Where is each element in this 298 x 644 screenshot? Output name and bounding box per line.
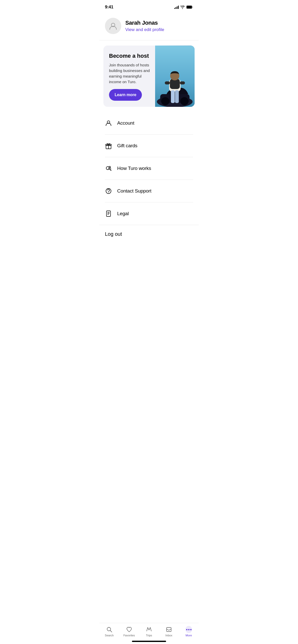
svg-rect-1 (187, 6, 192, 9)
avatar (105, 18, 121, 34)
key-icon (105, 165, 112, 172)
signal-icon (174, 6, 179, 9)
logout-section[interactable]: Log out (99, 225, 199, 245)
menu-item-how-turo-works[interactable]: How Turo works (99, 159, 199, 178)
battery-icon (186, 5, 193, 9)
contact-support-label: Contact Support (117, 188, 151, 194)
profile-divider (99, 40, 199, 40)
menu-divider-3 (105, 180, 193, 180)
host-banner-description: Join thousands of hosts building busines… (109, 62, 150, 84)
menu-item-contact-support[interactable]: Contact Support (99, 182, 199, 200)
svg-rect-14 (175, 90, 179, 103)
host-banner-content: Become a host Join thousands of hosts bu… (103, 46, 155, 107)
how-turo-works-label: How Turo works (117, 166, 151, 171)
svg-rect-12 (180, 81, 185, 84)
svg-rect-13 (171, 90, 175, 103)
support-icon (105, 187, 112, 195)
menu-item-gift-cards[interactable]: Gift cards (99, 137, 199, 155)
person-icon (105, 120, 112, 127)
profile-info: Sarah Jonas View and edit profile (125, 20, 164, 32)
svg-point-24 (109, 166, 111, 168)
menu-item-legal[interactable]: Legal (99, 204, 199, 223)
profile-name: Sarah Jonas (125, 20, 164, 26)
status-icons (174, 5, 193, 9)
gift-cards-label: Gift cards (117, 143, 137, 149)
svg-point-26 (109, 192, 109, 193)
svg-rect-10 (170, 79, 180, 89)
host-banner-image (155, 46, 195, 107)
menu-divider-2 (105, 157, 193, 157)
svg-line-22 (110, 169, 111, 170)
logout-text[interactable]: Log out (105, 231, 122, 237)
svg-point-7 (180, 97, 188, 105)
wifi-icon (180, 6, 185, 9)
status-time: 9:41 (105, 5, 113, 10)
menu-section: Account Gift cards (99, 112, 199, 225)
status-bar: 9:41 (99, 0, 199, 13)
gift-icon (105, 142, 112, 149)
profile-section[interactable]: Sarah Jonas View and edit profile (99, 13, 199, 40)
legal-icon (105, 210, 112, 217)
host-banner: Become a host Join thousands of hosts bu… (103, 46, 195, 107)
host-banner-title: Become a host (109, 53, 150, 59)
edit-profile-link[interactable]: View and edit profile (125, 27, 164, 32)
menu-divider-4 (105, 202, 193, 202)
svg-point-6 (161, 97, 169, 105)
account-label: Account (117, 120, 134, 126)
learn-more-button[interactable]: Learn more (109, 89, 142, 101)
svg-rect-11 (165, 81, 170, 84)
menu-divider-1 (105, 134, 193, 135)
svg-rect-27 (106, 211, 111, 216)
svg-line-23 (111, 170, 111, 170)
menu-item-account[interactable]: Account (99, 114, 199, 132)
legal-label: Legal (117, 211, 129, 216)
